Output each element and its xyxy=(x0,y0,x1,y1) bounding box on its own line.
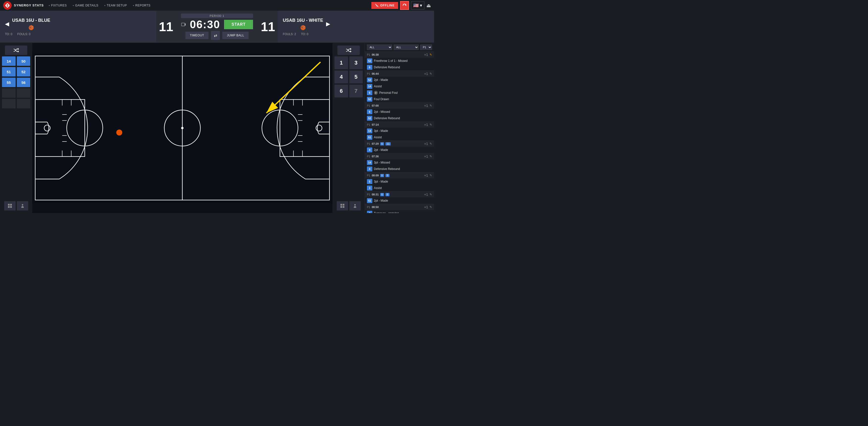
feed-plus-8[interactable]: +1 xyxy=(424,193,428,196)
feed-group-2: P1 06:44 +1 ✎ 52 2pt - Made 14 Assist 6 … xyxy=(365,71,434,103)
svg-rect-9 xyxy=(8,206,10,208)
feed-filter-1[interactable]: ALL xyxy=(367,44,392,50)
feed-edit-4[interactable]: ✎ xyxy=(430,123,432,126)
person-view-button-right[interactable] xyxy=(349,201,361,210)
feed-action-6-2ptmiss: 6 2pt - Missed xyxy=(365,108,434,115)
shuffle-button-right[interactable] xyxy=(337,45,360,55)
team-white-stats: FOULS: 2 TO: 0 xyxy=(283,32,429,36)
num-btn-7[interactable]: 7 xyxy=(349,85,363,97)
feed-plus-2[interactable]: +1 xyxy=(424,72,428,76)
player-btn-14[interactable]: 14 xyxy=(2,56,16,66)
svg-rect-8 xyxy=(10,204,12,205)
left-panel: 14 50 51 52 55 56 xyxy=(0,43,32,213)
feed-edit-6[interactable]: ✎ xyxy=(430,155,432,158)
feed-time-1: 06:38 xyxy=(372,53,378,56)
feed-edit-2[interactable]: ✎ xyxy=(430,72,432,75)
feed-time-2: 06:44 xyxy=(372,72,378,75)
player-num-6-1: 6 xyxy=(367,65,372,70)
feed-edit-8[interactable]: ✎ xyxy=(430,193,432,196)
svg-rect-49 xyxy=(343,206,344,208)
num-btn-5[interactable]: 5 xyxy=(349,70,363,84)
person-icon-right xyxy=(353,204,357,208)
nav-reports[interactable]: REPORTS xyxy=(133,4,151,7)
player-btn-56[interactable]: 56 xyxy=(17,78,30,87)
num-btn-4[interactable]: 4 xyxy=(335,70,348,84)
player-num-4-1: 4 xyxy=(367,148,372,153)
feed-action-14-3ptmiss: 14 3pt - Missed xyxy=(365,159,434,166)
flag-select[interactable]: 🇺🇸 ▾ xyxy=(411,1,424,9)
refresh-button[interactable] xyxy=(400,1,409,10)
nav-game-details[interactable]: GAME DETAILS xyxy=(73,4,98,7)
feed-group-8: P1 08:31 6 6 +1 ✎ 51 2pt - Made xyxy=(365,192,434,204)
feed-edit-9[interactable]: ✎ xyxy=(430,205,432,209)
person-view-button-left[interactable] xyxy=(17,201,28,210)
jump-ball-button[interactable]: JUMP BALL xyxy=(222,32,249,39)
action-def-rebound-3: Defensive Rebound xyxy=(374,167,432,171)
player-num-2-sub: 2 xyxy=(374,91,378,95)
score-badge-6-2: 6 xyxy=(380,174,384,177)
court-container xyxy=(32,43,333,213)
grid-view-button-right[interactable] xyxy=(337,201,348,210)
nav-team-setup[interactable]: TEAM SETUP xyxy=(104,4,127,7)
feed-edit-7[interactable]: ✎ xyxy=(430,174,432,177)
feed-edit-5[interactable]: ✎ xyxy=(430,142,432,145)
feed-plus-1[interactable]: +1 xyxy=(424,53,428,57)
team-white-score-display: 11 xyxy=(258,11,278,42)
num-btn-3[interactable]: 3 xyxy=(349,56,363,69)
feed-action-52-2pt: 52 2pt - Made xyxy=(365,77,434,83)
feed-header: ALL ALL P1 xyxy=(365,43,434,52)
num-btn-1[interactable]: 1 xyxy=(335,56,348,69)
top-nav-right: OFFLINE 🇺🇸 ▾ ⏏ xyxy=(371,1,431,10)
action-3pt-made-2: 3pt - Made xyxy=(374,180,432,183)
feed-plus-9[interactable]: +1 xyxy=(424,205,428,209)
feed-time-row-9: P1 08:50 +1 ✎ xyxy=(365,204,434,210)
team-blue-timeouts: TO: 0 xyxy=(5,32,12,36)
action-def-rebound-1: Defensive Rebound xyxy=(374,66,432,69)
exit-button[interactable]: ⏏ xyxy=(426,2,431,8)
team-white-arrow[interactable]: ▶ xyxy=(326,21,330,27)
feed-time-7: 08:09 xyxy=(372,174,378,177)
offline-button[interactable]: OFFLINE xyxy=(371,2,398,9)
player-btn-51[interactable]: 51 xyxy=(2,67,16,76)
player-num-52-4: 52 xyxy=(367,116,372,121)
swap-button[interactable]: ⇄ xyxy=(211,31,220,40)
feed-plus-7[interactable]: +1 xyxy=(424,173,428,177)
logo-area: SYNERGY STATS xyxy=(3,1,44,10)
scoreboard: ◀ USAB 16U - BLUE 🏀 TO: 0 FOULS: 0 11 PE… xyxy=(0,11,434,43)
nav-fixtures[interactable]: FIXTURES xyxy=(49,4,67,7)
player-btn-52[interactable]: 52 xyxy=(17,67,30,76)
offline-label: OFFLINE xyxy=(380,4,395,7)
score-badge-6-4: 6 xyxy=(385,193,390,196)
feed-action-52-freethrow: 52 Freethrow 1 of 1 - Missed xyxy=(365,58,434,64)
team-blue-name: USAB 16U - BLUE xyxy=(12,18,50,23)
team-white-name: USAB 16U - WHITE xyxy=(283,18,323,23)
feed-filter-3[interactable]: P1 xyxy=(420,44,432,50)
feed-group-3: P1 07:00 +1 ✎ 6 2pt - Missed 52 Defensiv… xyxy=(365,103,434,122)
player-btn-50[interactable]: 50 xyxy=(17,56,30,66)
feed-plus-6[interactable]: +1 xyxy=(424,154,428,158)
feed-filter-2[interactable]: ALL xyxy=(394,44,419,50)
feed-edit-3[interactable]: ✎ xyxy=(430,104,432,107)
feed-period-6: P1 xyxy=(367,155,370,158)
player-num-52-2: 52 xyxy=(367,77,372,83)
player-btn-empty-2 xyxy=(17,88,30,98)
timeout-button[interactable]: TIMEOUT xyxy=(185,32,209,39)
feed-group-4: P1 07:14 +1 ✎ 14 3pt - Made 51 Assist xyxy=(365,122,434,141)
feed-time-4: 07:14 xyxy=(372,123,378,126)
grid-view-button-left[interactable] xyxy=(4,201,16,210)
feed-panel: ALL ALL P1 P1 06:38 +1 ✎ 52 xyxy=(365,43,434,213)
feed-plus-4[interactable]: +1 xyxy=(424,123,428,127)
feed-edit-1[interactable]: ✎ xyxy=(430,53,432,56)
feed-time-6: 07:36 xyxy=(372,155,378,158)
start-button[interactable]: START xyxy=(224,20,253,29)
svg-point-16 xyxy=(181,127,184,129)
feed-plus-5[interactable]: +1 xyxy=(424,142,428,146)
team-blue-arrow[interactable]: ◀ xyxy=(5,21,9,27)
feed-plus-3[interactable]: +1 xyxy=(424,104,428,108)
shuffle-button-left[interactable] xyxy=(5,45,27,55)
right-panel: 1 3 4 5 6 7 xyxy=(333,43,365,213)
num-btn-6[interactable]: 6 xyxy=(335,85,348,97)
player-btn-55[interactable]: 55 xyxy=(2,78,16,87)
wifi-off-icon xyxy=(375,3,379,7)
player-num-6-3: 6 xyxy=(367,109,372,114)
